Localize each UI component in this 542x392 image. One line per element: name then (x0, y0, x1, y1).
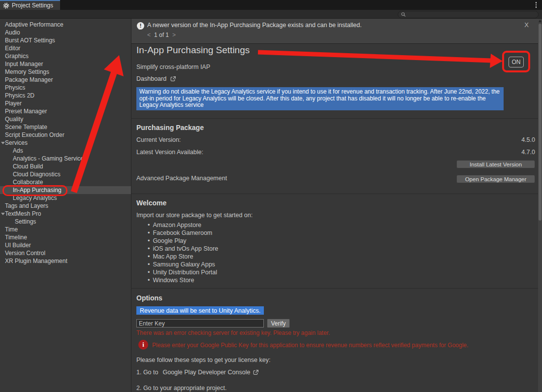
tab-label: Project Settings (12, 2, 53, 9)
sidebar-item-ui-builder[interactable]: UI Builder (0, 241, 131, 249)
list-item: Mac App Store (148, 253, 218, 261)
advanced-package-management-label: Advanced Package Management (136, 175, 227, 182)
list-item: Windows Store (148, 276, 218, 284)
toolbar (0, 10, 542, 19)
search-input[interactable] (406, 12, 529, 18)
pager-next-button[interactable]: > (172, 32, 176, 38)
section-divider (131, 194, 538, 194)
google-public-key-warning: Please enter your Google Public Key for … (152, 342, 531, 349)
license-step-1: 1. Go to Google Play Developer Console (136, 369, 259, 376)
welcome-heading: Welcome (136, 199, 166, 207)
list-item: Unity Distribution Portal (148, 268, 218, 276)
pager-label: 1 of 1 (154, 32, 169, 38)
package-update-notification: ! A newer version of the In-App Purchasi… (131, 19, 538, 44)
verify-button[interactable]: Verify (267, 319, 290, 328)
sidebar-item-timeline[interactable]: Timeline (0, 233, 131, 241)
sidebar-item-package-manager[interactable]: Package Manager (0, 76, 131, 84)
search-icon (401, 12, 406, 17)
sidebar-item-adaptive-performance[interactable]: Adaptive Performance (0, 21, 131, 29)
sidebar-item-editor[interactable]: Editor (0, 44, 131, 52)
settings-sidebar: Adaptive Performance Audio Burst AOT Set… (0, 19, 131, 392)
sidebar-item-time[interactable]: Time (0, 226, 131, 233)
sidebar-item-collaborate[interactable]: Collaborate (0, 178, 131, 186)
gear-icon (3, 2, 9, 9)
list-item: Facebook Gameroom (148, 229, 218, 237)
error-info-icon: i (138, 340, 148, 350)
welcome-intro: Import our store package to get started … (136, 212, 253, 219)
options-heading: Options (136, 294, 162, 302)
notification-message: A newer version of the In-App Purchasing… (147, 22, 362, 29)
sidebar-item-analytics-gaming-services[interactable]: Analytics - Gaming Services (0, 155, 131, 163)
sidebar-item-player[interactable]: Player (0, 99, 131, 107)
key-check-error-text: There was an error checking server for e… (136, 329, 330, 336)
sidebar-item-textmesh-settings[interactable]: Settings (0, 218, 131, 226)
sidebar-item-legacy-analytics[interactable]: Legacy Analytics (0, 194, 131, 202)
sidebar-item-physics[interactable]: Physics (0, 84, 131, 92)
section-divider (131, 288, 538, 289)
sidebar-item-burst-aot-settings[interactable]: Burst AOT Settings (0, 36, 131, 44)
close-icon[interactable]: X (524, 21, 529, 29)
sidebar-item-audio[interactable]: Audio (0, 29, 131, 36)
list-item: iOS and tvOs App Store (148, 245, 218, 253)
scroll-up-icon[interactable] (539, 20, 542, 22)
sidebar-item-physics-2d[interactable]: Physics 2D (0, 92, 131, 99)
sidebar-item-cloud-diagnostics[interactable]: Cloud Diagnostics (0, 170, 131, 178)
vertical-scrollbar[interactable] (538, 19, 542, 392)
latest-version-value: 4.7.0 (521, 149, 535, 156)
foldout-open-icon[interactable] (1, 213, 5, 215)
dashboard-link[interactable]: Dashboard (136, 75, 176, 82)
sidebar-item-label: TextMesh Pro (5, 210, 41, 217)
store-list: Amazon Appstore Facebook Gameroom Google… (148, 221, 218, 284)
in-app-purchasing-panel: ! A newer version of the In-App Purchasi… (131, 19, 542, 392)
sidebar-item-preset-manager[interactable]: Preset Manager (0, 107, 131, 115)
google-key-input[interactable] (136, 319, 264, 327)
sidebar-item-memory-settings[interactable]: Memory Settings (0, 68, 131, 76)
service-tagline: Simplify cross-platform IAP (136, 64, 210, 70)
pager-prev-button[interactable]: < (147, 32, 151, 38)
sidebar-item-xr-plugin-management[interactable]: XR Plugin Management (0, 257, 131, 265)
notification-pager: < 1 of 1 > (147, 32, 176, 38)
sidebar-item-input-manager[interactable]: Input Manager (0, 60, 131, 68)
kebab-menu-icon[interactable] (534, 1, 538, 8)
service-on-toggle[interactable]: ON (509, 57, 524, 67)
sidebar-item-tags-and-layers[interactable]: Tags and Layers (0, 202, 131, 210)
list-item: Google Play (148, 237, 218, 245)
google-play-console-link[interactable]: Google Play Developer Console (162, 369, 250, 376)
current-version-label: Current Version: (136, 136, 181, 143)
step1-prefix: 1. Go to (136, 369, 158, 376)
purchasing-package-heading: Purchasing Package (136, 124, 204, 131)
legacy-analytics-warning: Warning do not disable the Legacy Analyt… (136, 87, 504, 110)
list-item: Samsung Galaxy Apps (148, 261, 218, 268)
external-link-icon (170, 76, 176, 82)
install-latest-version-button[interactable]: Install Latest Version (456, 160, 535, 168)
list-item: Amazon Appstore (148, 221, 218, 229)
sidebar-item-in-app-purchasing[interactable]: In-App Purchasing (0, 186, 131, 194)
sidebar-item-scene-template[interactable]: Scene Template (0, 123, 131, 131)
open-package-manager-button[interactable]: Open Package Manager (456, 175, 535, 183)
revenue-analytics-note: Revenue data will be sent to Unity Analy… (136, 306, 264, 315)
tab-project-settings[interactable]: Project Settings (0, 0, 60, 10)
sidebar-item-label: Services (5, 139, 28, 146)
latest-version-label: Latest Version Available: (136, 149, 203, 156)
sidebar-item-textmesh-pro[interactable]: TextMesh Pro (0, 210, 131, 218)
sidebar-item-graphics[interactable]: Graphics (0, 52, 131, 60)
section-divider (131, 118, 538, 119)
search-box[interactable] (398, 11, 539, 18)
dashboard-link-label: Dashboard (136, 75, 166, 82)
sidebar-item-version-control[interactable]: Version Control (0, 249, 131, 257)
alert-bubble-icon: ! (137, 22, 144, 30)
sidebar-item-quality[interactable]: Quality (0, 115, 131, 123)
sidebar-item-services[interactable]: Services (0, 139, 131, 147)
external-link-icon (253, 369, 259, 376)
current-version-value: 4.5.0 (521, 136, 535, 143)
page-title: In-App Purchasing Settings (136, 45, 250, 56)
foldout-open-icon[interactable] (1, 142, 5, 144)
tab-strip: Project Settings (0, 0, 542, 10)
license-step-2: 2. Go to your appropriate project. (136, 385, 226, 392)
sidebar-item-ads[interactable]: Ads (0, 147, 131, 155)
license-steps-intro: Please follow these steps to get your li… (136, 357, 270, 363)
scrollbar-thumb[interactable] (539, 24, 542, 221)
sidebar-item-cloud-build[interactable]: Cloud Build (0, 163, 131, 170)
sidebar-item-script-execution-order[interactable]: Script Execution Order (0, 131, 131, 139)
